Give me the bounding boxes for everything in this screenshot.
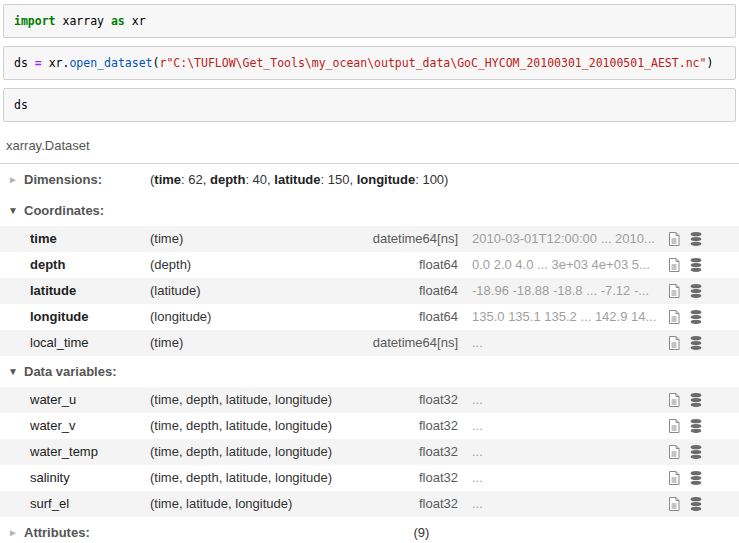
section-label: Coordinates: — [24, 203, 150, 218]
variable-row: water_temp (time, depth, latitude, longi… — [0, 439, 739, 465]
variable-dtype: float32 — [365, 470, 470, 486]
code-cell-open-dataset[interactable]: ds = xr.open_dataset(r"C:\TUFLOW\Get_Too… — [3, 46, 736, 80]
code-token: xr. — [42, 56, 70, 70]
dataset-type-label: xarray.Dataset — [0, 130, 739, 164]
code-token: import — [14, 14, 56, 28]
database-icon[interactable] — [688, 309, 704, 325]
code-token: as — [111, 14, 125, 28]
database-icon[interactable] — [688, 418, 704, 434]
variable-name: depth — [30, 257, 150, 273]
variable-row: time (time) datetime64[ns] 2010-03-01T12… — [0, 226, 739, 252]
database-icon[interactable] — [688, 496, 704, 512]
section-coordinates[interactable]: ▼ Coordinates: — [0, 195, 739, 226]
code-token: ds — [14, 56, 35, 70]
variable-dtype: datetime64[ns] — [365, 231, 470, 247]
chevron-down-icon: ▼ — [8, 367, 24, 377]
variable-preview: ... — [470, 470, 663, 486]
variable-preview: 135.0 135.1 135.2 ... 142.9 14... — [470, 309, 663, 325]
dimensions-summary: (time: 62, depth: 40, latitude: 150, lon… — [150, 172, 739, 187]
variable-dtype: float64 — [365, 283, 470, 299]
variable-preview: 0.0 2.0 4.0 ... 3e+03 4e+03 5... — [470, 257, 663, 273]
file-text-icon[interactable] — [666, 231, 682, 247]
variable-dims: (time, depth, latitude, longitude) — [150, 470, 365, 486]
file-text-icon[interactable] — [666, 309, 682, 325]
variable-name: water_temp — [30, 444, 150, 460]
section-dimensions[interactable]: ► Dimensions: (time: 62, depth: 40, lati… — [0, 164, 739, 195]
file-text-icon[interactable] — [666, 444, 682, 460]
variable-dtype: float64 — [365, 309, 470, 325]
section-attributes[interactable]: ► Attributes: (9) — [0, 517, 739, 543]
chevron-right-icon: ► — [8, 528, 24, 538]
variable-name: salinity — [30, 470, 150, 486]
variable-dtype: float32 — [365, 392, 470, 408]
variable-dims: (time, depth, latitude, longitude) — [150, 444, 365, 460]
code-cell-import[interactable]: import xarray as xr — [3, 4, 736, 38]
section-data-variables[interactable]: ▼ Data variables: — [0, 356, 739, 387]
variable-dims: (time, depth, latitude, longitude) — [150, 418, 365, 434]
file-text-icon[interactable] — [666, 470, 682, 486]
variable-preview: ... — [470, 444, 663, 460]
variable-row: water_v (time, depth, latitude, longitud… — [0, 413, 739, 439]
file-text-icon[interactable] — [666, 496, 682, 512]
variable-row: surf_el (time, latitude, longitude) floa… — [0, 491, 739, 517]
variable-preview: ... — [470, 335, 663, 351]
database-icon[interactable] — [688, 470, 704, 486]
code-token: ) — [706, 56, 713, 70]
data-variables-rows: water_u (time, depth, latitude, longitud… — [0, 387, 739, 517]
file-text-icon[interactable] — [666, 257, 682, 273]
variable-dims: (time) — [150, 335, 365, 351]
variable-name: water_u — [30, 392, 150, 408]
code-token: ds — [14, 98, 28, 112]
database-icon[interactable] — [688, 444, 704, 460]
variable-dtype: datetime64[ns] — [365, 335, 470, 351]
variable-dims: (time) — [150, 231, 365, 247]
database-icon[interactable] — [688, 335, 704, 351]
chevron-right-icon: ► — [8, 175, 24, 185]
variable-row: salinity (time, depth, latitude, longitu… — [0, 465, 739, 491]
variable-preview: 2010-03-01T12:00:00 ... 2010... — [470, 231, 663, 247]
database-icon[interactable] — [688, 283, 704, 299]
code-token: r"C:\TUFLOW\Get_Tools\my_ocean\output_da… — [159, 56, 706, 70]
database-icon[interactable] — [688, 231, 704, 247]
variable-name: longitude — [30, 309, 150, 325]
variable-name: time — [30, 231, 150, 247]
database-icon[interactable] — [688, 257, 704, 273]
variable-preview: ... — [470, 418, 663, 434]
variable-dims: (time, depth, latitude, longitude) — [150, 392, 365, 408]
xarray-dataset-repr: xarray.Dataset ► Dimensions: (time: 62, … — [0, 130, 739, 543]
file-text-icon[interactable] — [666, 283, 682, 299]
attributes-count: (9) — [413, 525, 739, 540]
variable-dtype: float32 — [365, 444, 470, 460]
file-text-icon[interactable] — [666, 392, 682, 408]
chevron-down-icon: ▼ — [8, 206, 24, 216]
variable-row: latitude (latitude) float64 -18.96 -18.8… — [0, 278, 739, 304]
code-token: xarray — [56, 14, 111, 28]
variable-name: local_time — [30, 335, 150, 351]
file-text-icon[interactable] — [666, 418, 682, 434]
variable-dtype: float32 — [365, 418, 470, 434]
variable-row: depth (depth) float64 0.0 2.0 4.0 ... 3e… — [0, 252, 739, 278]
section-label: Dimensions: — [24, 172, 150, 187]
variable-dims: (depth) — [150, 257, 365, 273]
variable-dims: (time, latitude, longitude) — [150, 496, 365, 512]
variable-dtype: float32 — [365, 496, 470, 512]
variable-row: water_u (time, depth, latitude, longitud… — [0, 387, 739, 413]
code-cell-ds[interactable]: ds — [3, 88, 736, 122]
coordinates-rows: time (time) datetime64[ns] 2010-03-01T12… — [0, 226, 739, 356]
variable-name: latitude — [30, 283, 150, 299]
variable-preview: ... — [470, 496, 663, 512]
variable-dims: (longitude) — [150, 309, 365, 325]
code-token: = — [35, 56, 42, 70]
code-token: xr — [125, 14, 146, 28]
variable-name: water_v — [30, 418, 150, 434]
variable-row: local_time (time) datetime64[ns] ... — [0, 330, 739, 356]
variable-preview: -18.96 -18.88 -18.8 ... -7.12 -... — [470, 283, 663, 299]
variable-name: surf_el — [30, 496, 150, 512]
variable-dtype: float64 — [365, 257, 470, 273]
section-label: Data variables: — [24, 364, 150, 379]
section-label: Attributes: — [24, 525, 399, 540]
file-text-icon[interactable] — [666, 335, 682, 351]
database-icon[interactable] — [688, 392, 704, 408]
code-token: open_dataset — [69, 56, 152, 70]
variable-row: longitude (longitude) float64 135.0 135.… — [0, 304, 739, 330]
